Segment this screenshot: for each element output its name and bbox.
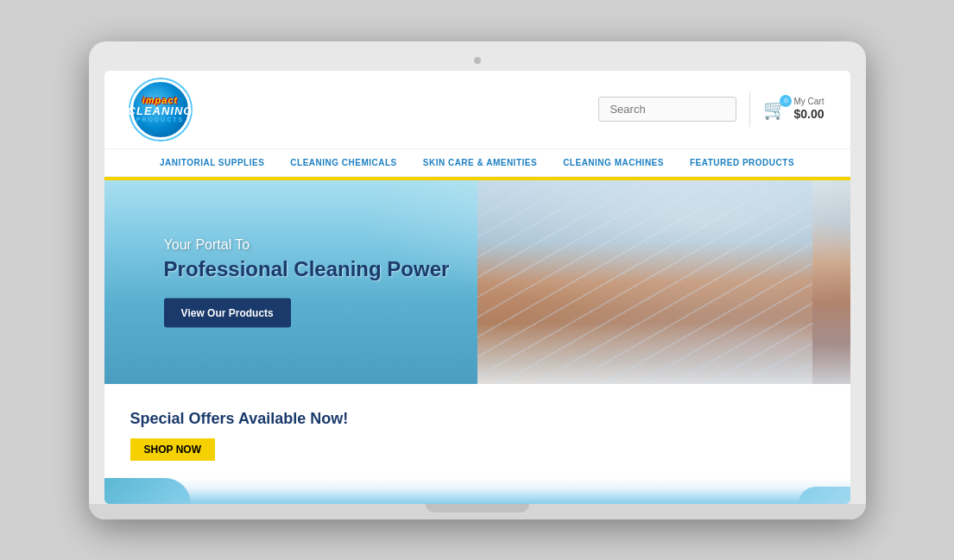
nav-item-skincare[interactable]: SKIN CARE & AMENITIES [423,158,537,167]
search-input[interactable] [598,97,736,122]
cart-badge: 0 [780,95,792,107]
cart-label: My Cart [793,97,824,106]
laptop-camera [474,57,481,64]
cart-amount: $0.00 [793,107,824,121]
hero-content: Your Portal To Professional Cleaning Pow… [164,236,450,327]
header-divider [749,92,750,127]
bottom-wave-right [799,487,850,504]
cart-text: My Cart $0.00 [793,97,824,122]
laptop-frame: impact CLEANING PRODUCTS 🛒 0 My Cart [89,41,866,519]
nav-item-machines[interactable]: CLEANING MACHINES [563,158,664,167]
nav-item-chemicals[interactable]: CLEANING CHEMICALS [290,158,396,167]
nav-item-featured[interactable]: FEATURED PRODUCTS [690,158,794,167]
promo-title: Special Offers Available Now! [130,410,824,428]
bottom-wave-left [104,478,191,504]
shop-now-button[interactable]: SHOP NOW [130,438,215,461]
logo-text-block: impact CLEANING PRODUCTS [128,96,193,123]
hero-subtitle: Your Portal To [164,236,450,252]
hero-cta-button[interactable]: View Our Products [164,298,291,327]
bottom-preview [104,478,850,504]
site-header: impact CLEANING PRODUCTS 🛒 0 My Cart [104,71,850,149]
logo-cleaning-text: CLEANING [128,105,193,116]
cart-area[interactable]: 🛒 0 My Cart $0.00 [763,97,824,122]
logo-circle: impact CLEANING PRODUCTS [130,79,191,140]
logo-products-text: PRODUCTS [128,116,193,123]
promo-section: Special Offers Available Now! SHOP NOW [104,384,850,478]
site-nav: JANITORIAL SUPPLIES CLEANING CHEMICALS S… [104,149,850,177]
hero-banner: Your Portal To Professional Cleaning Pow… [104,177,850,384]
header-right: 🛒 0 My Cart $0.00 [598,92,824,127]
laptop-screen: impact CLEANING PRODUCTS 🛒 0 My Cart [104,71,850,504]
logo-area: impact CLEANING PRODUCTS [130,79,191,140]
hero-title: Professional Cleaning Power [164,256,450,280]
nav-item-janitorial[interactable]: JANITORIAL SUPPLIES [160,158,264,167]
laptop-base [89,504,866,519]
cart-icon-wrap: 🛒 0 [763,98,787,121]
